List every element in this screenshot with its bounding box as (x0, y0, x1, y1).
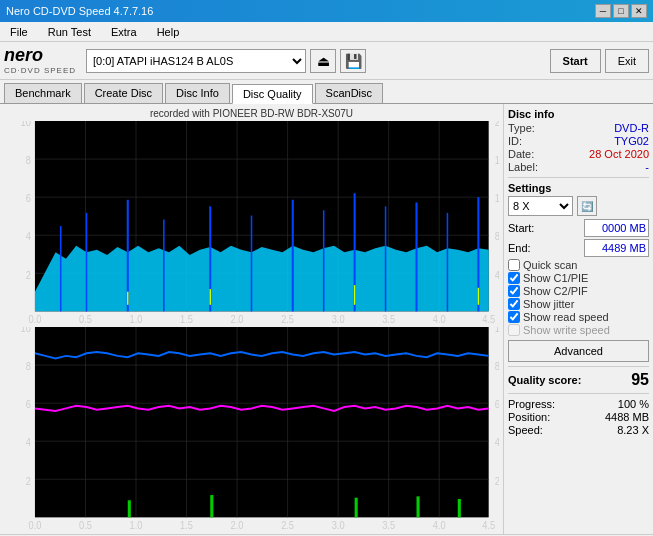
svg-text:3.5: 3.5 (382, 312, 395, 324)
settings-title: Settings (508, 182, 649, 194)
svg-text:0.0: 0.0 (28, 312, 41, 324)
svg-text:8: 8 (495, 359, 499, 372)
tab-disc-info[interactable]: Disc Info (165, 83, 230, 103)
save-icon-btn[interactable]: 💾 (340, 49, 366, 73)
exit-button[interactable]: Exit (605, 49, 649, 73)
tab-benchmark[interactable]: Benchmark (4, 83, 82, 103)
svg-text:2.0: 2.0 (231, 312, 244, 324)
svg-text:16: 16 (495, 153, 499, 166)
svg-text:4: 4 (495, 435, 499, 448)
svg-text:2: 2 (495, 473, 499, 486)
advanced-button[interactable]: Advanced (508, 340, 649, 362)
svg-text:4.5: 4.5 (482, 312, 495, 324)
svg-text:2.5: 2.5 (281, 518, 294, 530)
window-title: Nero CD-DVD Speed 4.7.7.16 (6, 5, 153, 17)
show-c1-label[interactable]: Show C1/PIE (523, 272, 588, 284)
start-button[interactable]: Start (550, 49, 601, 73)
menu-extra[interactable]: Extra (105, 24, 143, 40)
window-controls: ─ □ ✕ (595, 4, 647, 18)
svg-text:10: 10 (20, 327, 30, 334)
svg-text:3.0: 3.0 (332, 518, 345, 530)
chart-header: recorded with PIONEER BD-RW BDR-XS07U (4, 108, 499, 119)
start-mb-input[interactable] (584, 219, 649, 237)
svg-text:1.0: 1.0 (130, 312, 143, 324)
tab-bar: Benchmark Create Disc Disc Info Disc Qua… (0, 80, 653, 104)
drive-select[interactable]: [0:0] ATAPI iHAS124 B AL0S (86, 49, 306, 73)
type-label: Type: (508, 122, 535, 134)
show-read-speed-label[interactable]: Show read speed (523, 311, 609, 323)
svg-text:3.5: 3.5 (382, 518, 395, 530)
svg-text:0.5: 0.5 (79, 312, 92, 324)
menu-run-test[interactable]: Run Test (42, 24, 97, 40)
close-button[interactable]: ✕ (631, 4, 647, 18)
speed-row: 8 X 🔄 (508, 196, 649, 216)
refresh-icon-btn[interactable]: 🔄 (577, 196, 597, 216)
chart1-svg: 10 8 6 4 2 20 16 12 8 4 0.0 0.5 1.0 1.5 … (4, 121, 499, 325)
menu-file[interactable]: File (4, 24, 34, 40)
show-write-speed-label: Show write speed (523, 324, 610, 336)
svg-text:2.5: 2.5 (281, 312, 294, 324)
disc-label-row: Label: - (508, 161, 649, 173)
end-mb-label: End: (508, 242, 531, 254)
type-row: Type: DVD-R (508, 122, 649, 134)
menu-help[interactable]: Help (151, 24, 186, 40)
end-mb-input[interactable] (584, 239, 649, 257)
progress-label: Progress: (508, 398, 555, 410)
show-c2-checkbox[interactable] (508, 285, 520, 297)
svg-text:4: 4 (495, 267, 499, 280)
progress-value: 100 % (618, 398, 649, 410)
quality-score-value: 95 (631, 371, 649, 389)
chart1-container: 10 8 6 4 2 20 16 12 8 4 0.0 0.5 1.0 1.5 … (4, 121, 499, 325)
svg-text:8: 8 (26, 359, 31, 372)
tab-disc-quality[interactable]: Disc Quality (232, 84, 313, 104)
tab-scan-disc[interactable]: ScanDisc (315, 83, 383, 103)
svg-text:6: 6 (26, 191, 31, 204)
svg-text:2: 2 (26, 267, 31, 280)
start-mb-row: Start: (508, 219, 649, 237)
svg-text:12: 12 (495, 191, 499, 204)
toolbar: nero CD·DVD SPEED [0:0] ATAPI iHAS124 B … (0, 42, 653, 80)
show-read-speed-checkbox[interactable] (508, 311, 520, 323)
svg-text:8: 8 (495, 229, 499, 242)
svg-text:2.0: 2.0 (231, 518, 244, 530)
svg-text:8: 8 (26, 153, 31, 166)
svg-text:2: 2 (26, 473, 31, 486)
date-label: Date: (508, 148, 534, 160)
quality-score-row: Quality score: 95 (508, 371, 649, 389)
quality-score-label: Quality score: (508, 374, 581, 386)
end-mb-row: End: (508, 239, 649, 257)
title-bar: Nero CD-DVD Speed 4.7.7.16 ─ □ ✕ (0, 0, 653, 22)
menu-bar: File Run Test Extra Help (0, 22, 653, 42)
show-jitter-label[interactable]: Show jitter (523, 298, 574, 310)
right-panel: Disc info Type: DVD-R ID: TYG02 Date: 28… (503, 104, 653, 534)
logo: nero CD·DVD SPEED (4, 46, 76, 75)
date-row: Date: 28 Oct 2020 (508, 148, 649, 160)
quick-scan-label[interactable]: Quick scan (523, 259, 577, 271)
eject-icon-btn[interactable]: ⏏ (310, 49, 336, 73)
chart2-svg: 10 8 6 4 2 10 8 6 4 2 0.0 0.5 1.0 1.5 2.… (4, 327, 499, 531)
divider2 (508, 366, 649, 367)
quick-scan-checkbox[interactable] (508, 259, 520, 271)
svg-text:4: 4 (26, 229, 31, 242)
progress-section: Progress: 100 % Position: 4488 MB Speed:… (508, 398, 649, 436)
show-c1-checkbox[interactable] (508, 272, 520, 284)
minimize-button[interactable]: ─ (595, 4, 611, 18)
show-c2-label[interactable]: Show C2/PIF (523, 285, 588, 297)
svg-text:4.0: 4.0 (433, 312, 446, 324)
svg-text:10: 10 (495, 327, 499, 334)
svg-rect-66 (417, 496, 420, 517)
start-mb-label: Start: (508, 222, 534, 234)
show-read-speed-row: Show read speed (508, 311, 649, 323)
svg-rect-67 (458, 498, 461, 516)
position-row: Position: 4488 MB (508, 411, 649, 423)
svg-text:6: 6 (26, 397, 31, 410)
chart-area: recorded with PIONEER BD-RW BDR-XS07U (0, 104, 503, 534)
tab-create-disc[interactable]: Create Disc (84, 83, 163, 103)
maximize-button[interactable]: □ (613, 4, 629, 18)
speed-row2: Speed: 8.23 X (508, 424, 649, 436)
logo-main: nero (4, 46, 43, 66)
speed-select[interactable]: 8 X (508, 196, 573, 216)
show-jitter-checkbox[interactable] (508, 298, 520, 310)
svg-text:1.5: 1.5 (180, 312, 193, 324)
svg-rect-65 (355, 497, 358, 517)
